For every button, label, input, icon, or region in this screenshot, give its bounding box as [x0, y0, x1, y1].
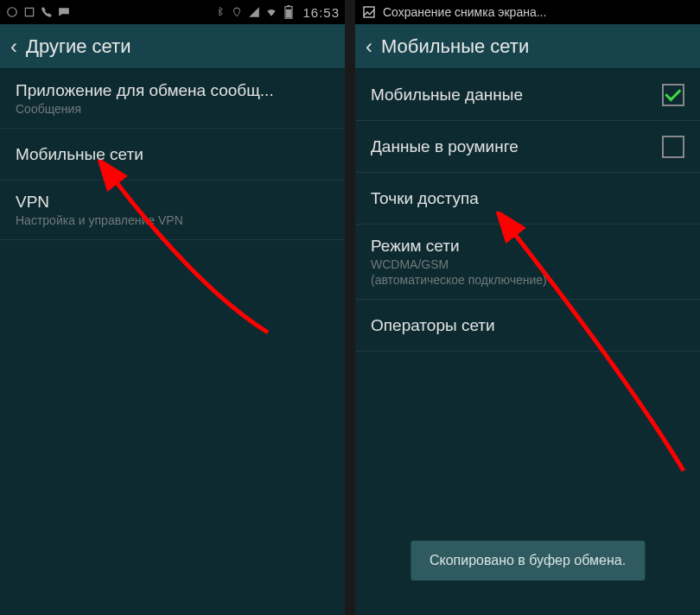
- back-icon[interactable]: ‹: [10, 35, 17, 59]
- row-mobile-networks[interactable]: Мобильные сети: [0, 129, 345, 181]
- back-icon[interactable]: ‹: [366, 35, 372, 59]
- row-title: Режим сети: [371, 237, 684, 256]
- clock-time: 16:53: [302, 5, 340, 20]
- svg-rect-4: [286, 10, 291, 18]
- header-title: Другие сети: [26, 35, 130, 58]
- row-title: Данные в роуминге: [371, 137, 662, 156]
- message-icon: [57, 5, 71, 19]
- row-title: Операторы сети: [371, 316, 684, 335]
- row-data-roaming[interactable]: Данные в роуминге: [355, 121, 700, 173]
- svg-rect-1: [25, 8, 33, 16]
- phone-right: Сохранение снимка экрана... ‹ Мобильные …: [355, 0, 700, 615]
- row-mobile-data[interactable]: Мобильные данные: [355, 69, 700, 121]
- notification-text: Сохранение снимка экрана...: [383, 5, 546, 19]
- header-title: Мобильные сети: [381, 35, 529, 58]
- row-title: Точки доступа: [371, 189, 684, 208]
- battery-icon: [282, 5, 296, 19]
- toast-clipboard: Скопировано в буфер обмена.: [410, 541, 645, 580]
- row-vpn[interactable]: VPN Настройка и управление VPN: [0, 181, 345, 240]
- row-access-points[interactable]: Точки доступа: [355, 173, 700, 225]
- checkbox-data-roaming[interactable]: [662, 136, 684, 158]
- header-bar[interactable]: ‹ Мобильные сети: [355, 24, 700, 69]
- row-title: Приложение для обмена сообщ...: [16, 81, 329, 100]
- settings-list: Приложение для обмена сообщ... Сообщения…: [0, 69, 345, 240]
- row-subtitle2: (автоматическое подключение): [371, 273, 684, 287]
- row-subtitle: Настройка и управление VPN: [16, 213, 329, 227]
- bluetooth-icon: [213, 5, 226, 19]
- status-bar: 16:53: [0, 0, 345, 24]
- row-title: Мобильные данные: [371, 86, 662, 105]
- header-bar[interactable]: ‹ Другие сети: [0, 24, 345, 69]
- row-network-mode[interactable]: Режим сети WCDMA/GSM (автоматическое под…: [355, 225, 700, 300]
- checkbox-mobile-data[interactable]: [662, 84, 684, 106]
- location-icon: [230, 5, 244, 19]
- row-title: VPN: [16, 193, 329, 212]
- row-messaging-app[interactable]: Приложение для обмена сообщ... Сообщения: [0, 69, 345, 129]
- svg-rect-3: [288, 5, 290, 7]
- notification-icon: [22, 5, 36, 19]
- notification-icon: [5, 5, 19, 19]
- phone-left: 16:53 ‹ Другие сети Приложение для обмен…: [0, 0, 345, 615]
- wifi-icon: [264, 5, 278, 19]
- row-subtitle: WCDMA/GSM: [371, 257, 684, 271]
- row-title: Мобильные сети: [16, 145, 329, 164]
- settings-list: Мобильные данные Данные в роуминге Точки…: [355, 69, 700, 352]
- screenshot-icon: [362, 5, 376, 19]
- row-subtitle: Сообщения: [16, 102, 329, 116]
- row-network-operators[interactable]: Операторы сети: [355, 300, 700, 352]
- notification-bar: Сохранение снимка экрана...: [355, 0, 700, 24]
- svg-point-0: [8, 8, 17, 17]
- signal-icon: [247, 5, 261, 19]
- phone-icon: [40, 5, 54, 19]
